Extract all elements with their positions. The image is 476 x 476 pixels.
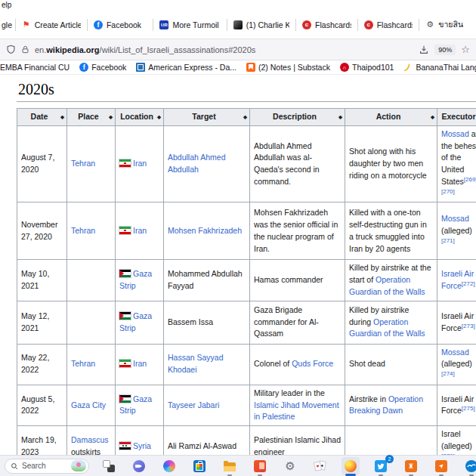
wiki-link[interactable]: Gaza City	[71, 400, 106, 410]
syria-flag-icon	[119, 442, 131, 450]
save-page-icon[interactable]	[419, 45, 429, 55]
search-highlight-thumbnail[interactable]	[71, 460, 86, 471]
solitaire-button[interactable]: ♠♥	[311, 457, 329, 475]
photos-app-button[interactable]	[251, 457, 269, 475]
cell-location: Iran	[116, 125, 164, 202]
cell-desc: Military leader in the Islamic Jihad Mov…	[250, 385, 345, 425]
tab-create-article[interactable]: ⚑Create Article | F	[16, 14, 87, 36]
wiki-link[interactable]: Quds Force	[292, 359, 333, 368]
orange-app-icon: ♜	[405, 460, 417, 472]
text: Military leader in the	[254, 388, 325, 397]
wiki-link[interactable]: Tayseer Jabari	[168, 400, 219, 410]
file-explorer-button[interactable]	[221, 457, 239, 475]
wiki-link[interactable]: Abdullah Ahmed Abdullah	[168, 153, 225, 174]
wiki-link[interactable]: Iran	[133, 159, 147, 168]
amex-icon	[136, 63, 145, 72]
ur-icon: UR	[159, 20, 168, 29]
wiki-link[interactable]: Tehran	[71, 226, 95, 235]
twitter-button[interactable]: 2	[372, 457, 390, 475]
reference-link[interactable]: [272]	[462, 280, 475, 286]
cell-location: Gaza Strip	[116, 301, 164, 344]
orange-app-button[interactable]: ♜	[402, 457, 420, 475]
url-bar[interactable]: en.wikipedia.org/wiki/List_of_Israeli_as…	[0, 39, 476, 60]
wiki-link[interactable]: Tehran	[71, 159, 95, 168]
reference-link[interactable]: [274]	[441, 370, 455, 377]
menu-bar: elp	[0, 0, 476, 11]
chat-button[interactable]	[130, 457, 148, 475]
assassinations-table: Date Place Location Target Description A…	[17, 108, 476, 455]
text: Hamas commander	[254, 275, 323, 284]
reference-link[interactable]: [269]	[464, 175, 476, 182]
tab-charlie-kirk[interactable]: (1) Charlie Kirk: V	[227, 14, 295, 36]
reference-link[interactable]: [270]	[441, 187, 455, 194]
wiki-link[interactable]: Islamic Jihad Movement in Palestine	[254, 400, 339, 422]
tab-flashcards-1[interactable]: cFlashcards	[296, 14, 357, 36]
tab-partial[interactable]: gle	[0, 14, 15, 36]
tab-facebook[interactable]: fFacebook	[88, 14, 153, 36]
column-header-target[interactable]: Target	[164, 109, 250, 126]
taskbar: Search ⚙ ♠♥ 2 ♜ ➤	[0, 455, 476, 476]
cell-target: Mohammed Abdullah Fayyad	[164, 260, 250, 301]
bookmark-thaipod[interactable]: ∩Thaipod101	[340, 63, 394, 72]
rocket-app-button[interactable]: ➤	[432, 457, 450, 475]
cell-desc: Hamas commander	[250, 260, 345, 301]
text: Palestinian Islamic Jihad engineer	[254, 435, 341, 455]
cell-location: Gaza Strip	[116, 260, 164, 301]
bookmark-bananathai[interactable]: )BananaThai Language...	[403, 63, 476, 72]
wiki-link[interactable]: Mossad	[441, 214, 469, 223]
heading-rule	[17, 101, 476, 102]
cell-exec: Mossad (alleged)[271]	[437, 202, 476, 260]
reference-link[interactable]: [275]	[462, 405, 475, 412]
shield-icon[interactable]	[6, 45, 16, 54]
firefox-button[interactable]	[342, 457, 360, 475]
wiki-link[interactable]: Syria	[133, 441, 151, 450]
bookmark-emba[interactable]: EMBA Financial CU	[0, 63, 70, 72]
task-view-button[interactable]	[100, 457, 118, 475]
cell-action	[345, 426, 437, 456]
bookmark-star-icon[interactable]: ☆	[461, 44, 470, 55]
search-icon	[11, 462, 18, 470]
facebook-icon: f	[94, 20, 103, 29]
wiki-link[interactable]: Damascus	[71, 435, 109, 444]
wiki-link[interactable]: Mossad	[441, 129, 469, 138]
wiki-link[interactable]: Iran	[133, 359, 147, 368]
bookmark-substack[interactable]: (2) Notes | Substack	[246, 63, 330, 72]
cell-desc: Colonel of Quds Force	[250, 344, 345, 385]
tab-flashcards-2[interactable]: cFlashcards	[358, 14, 419, 36]
reference-link[interactable]: [271]	[441, 236, 455, 243]
text: Colonel of	[254, 359, 292, 368]
cell-action: Killed by airstrike during Operation Gua…	[345, 301, 437, 344]
wiki-link[interactable]: Mossad	[441, 348, 469, 357]
cell-exec: Israeli Air Force[273]	[437, 301, 476, 344]
column-header-executor[interactable]: Executor	[437, 109, 476, 126]
bookmark-facebook[interactable]: fFacebook	[79, 63, 126, 72]
wiki-link[interactable]: Hassan Sayyad Khodaei	[168, 353, 224, 374]
cell-action: Shot dead	[345, 344, 437, 385]
microsoft-store-button[interactable]	[190, 457, 209, 475]
cell-place	[67, 260, 116, 301]
zoom-level-badge[interactable]: 90%	[434, 45, 456, 55]
settings-button[interactable]: ⚙	[281, 457, 299, 475]
bookmark-amex[interactable]: American Express - Da...	[136, 63, 236, 72]
wiki-link[interactable]: Mohsen Fakhrizadeh	[168, 226, 242, 235]
taskbar-search[interactable]: Search	[5, 459, 89, 474]
tab-thai-shop[interactable]: ⚙ขายสิน	[419, 14, 476, 36]
lock-icon[interactable]	[21, 45, 29, 54]
column-header-action[interactable]: Action	[345, 109, 437, 126]
column-header-location[interactable]: Location	[116, 109, 164, 126]
menu-item-partial[interactable]: elp	[2, 1, 11, 9]
reference-link[interactable]: [273]	[462, 322, 475, 329]
column-header-date[interactable]: Date	[17, 109, 67, 126]
column-header-description[interactable]: Description	[250, 109, 345, 126]
openoffice-button[interactable]	[462, 457, 476, 475]
tab-more-turmoil[interactable]: URMore Turmoil Fr	[153, 14, 226, 36]
wiki-link[interactable]: Iran	[133, 226, 147, 235]
table-header-row: Date Place Location Target Description A…	[17, 109, 476, 126]
wiki-link[interactable]: Tehran	[71, 359, 95, 368]
copilot-button[interactable]	[160, 457, 178, 475]
palestine-flag-icon	[119, 312, 131, 320]
notification-badge: 2	[385, 455, 394, 463]
column-header-place[interactable]: Place	[67, 109, 116, 126]
url-text[interactable]: en.wikipedia.org/wiki/List_of_Israeli_as…	[35, 45, 413, 54]
cell-place: Tehran	[67, 344, 116, 385]
